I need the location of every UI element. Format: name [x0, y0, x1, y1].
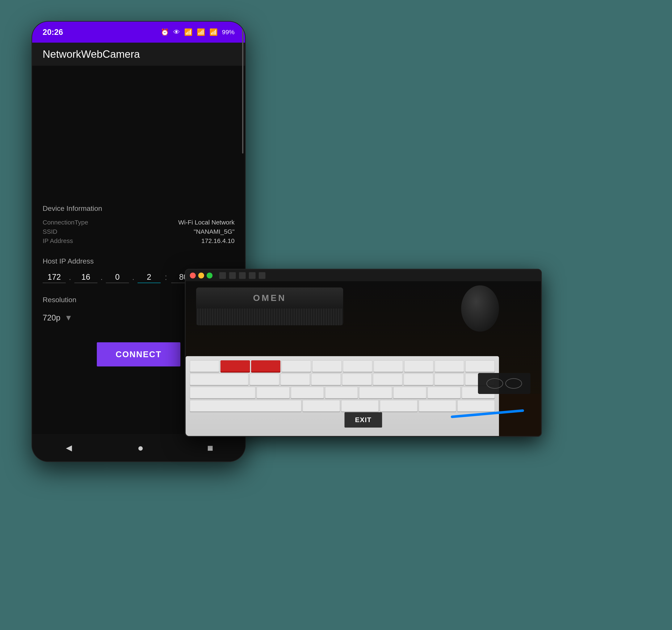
ip-separator-2: . — [101, 273, 103, 282]
key-r4-5 — [419, 400, 456, 412]
desk-scene: OMEN — [186, 281, 541, 436]
host-ip-label: Host IP Address — [43, 257, 235, 265]
eye-icon: 👁 — [173, 28, 180, 36]
key-r3-5 — [393, 387, 426, 398]
ssid-value: "NANAMI_5G" — [194, 228, 235, 235]
connection-type-label: ConnectionType — [43, 219, 88, 226]
key-r4-1 — [190, 400, 301, 412]
key-wide-1 — [190, 373, 248, 385]
traffic-light-green[interactable] — [207, 272, 213, 278]
ip-address-label: IP Address — [43, 237, 73, 244]
laptop-toolbar-icons — [219, 272, 265, 279]
key-r2-4 — [342, 373, 372, 385]
ip-octet-4[interactable] — [138, 271, 161, 283]
ip-separator-1: . — [69, 273, 71, 282]
toolbar-icon-4 — [249, 272, 256, 279]
toolbar-icon-5 — [259, 272, 265, 279]
laptop-screen: OMEN — [185, 269, 542, 437]
resolution-value: 720p — [43, 313, 61, 322]
dropdown-arrow-icon: ▼ — [65, 313, 73, 322]
key-3 — [312, 360, 342, 372]
key-r2-7 — [434, 373, 464, 385]
bottom-nav: ◄ ● ■ — [32, 434, 245, 461]
key-r3-1 — [257, 387, 290, 398]
toolbar-icon-3 — [239, 272, 246, 279]
key-r3-4 — [359, 387, 392, 398]
app-bar: NetworkWebCamera — [32, 43, 245, 66]
status-time: 20:26 — [43, 28, 63, 37]
ip-octet-1[interactable] — [43, 271, 66, 283]
empty-space — [43, 74, 235, 200]
back-button[interactable]: ◄ — [64, 442, 74, 454]
key-r2-2 — [281, 373, 310, 385]
exit-button[interactable]: EXIT — [344, 412, 382, 428]
soundbar: OMEN — [196, 288, 343, 325]
key-r3-2 — [291, 387, 324, 398]
key-r4-6 — [457, 400, 495, 412]
recent-button[interactable]: ■ — [207, 442, 213, 454]
key-r4-4 — [380, 400, 417, 412]
scroll-indicator — [242, 22, 243, 153]
key-2 — [282, 360, 311, 372]
key — [190, 360, 219, 372]
ssid-row: SSID "NANAMI_5G" — [43, 228, 235, 235]
toolbar-icon-1 — [219, 272, 226, 279]
signal-icon: 📶 — [197, 28, 205, 36]
ip-address-value: 172.16.4.10 — [201, 237, 235, 244]
key-wide-2 — [190, 387, 255, 398]
ssid-label: SSID — [43, 228, 57, 235]
laptop-top-bar — [186, 270, 541, 281]
camera-view: OMEN — [186, 281, 541, 436]
key-5 — [374, 360, 403, 372]
key-r2-6 — [404, 373, 433, 385]
home-button[interactable]: ● — [138, 442, 144, 454]
wifi-icon: 📶 — [184, 28, 193, 36]
key-8 — [465, 360, 495, 372]
signal2-icon: 📶 — [209, 28, 218, 36]
battery-level: 99% — [222, 29, 235, 36]
ip-octet-2[interactable] — [74, 271, 97, 283]
ip-octet-3[interactable] — [106, 271, 129, 283]
traffic-light-yellow[interactable] — [198, 272, 204, 278]
device-info-section: Device Information ConnectionType Wi-Fi … — [43, 204, 235, 244]
app-title: NetworkWebCamera — [43, 48, 140, 60]
key-r2-3 — [311, 373, 341, 385]
port-separator: : — [165, 273, 167, 282]
key-r2-5 — [373, 373, 403, 385]
soundbar-grille — [196, 309, 343, 325]
ip-address-row: IP Address 172.16.4.10 — [43, 237, 235, 244]
key-row-4 — [190, 400, 495, 412]
status-icons: ⏰ 👁 📶 📶 📶 99% — [161, 28, 235, 36]
key-7 — [435, 360, 464, 372]
key-red — [220, 360, 250, 372]
keyboard — [186, 356, 499, 436]
keyboard-rows — [186, 356, 499, 416]
key-r3-3 — [325, 387, 358, 398]
connect-button[interactable]: CONNECT — [97, 342, 181, 366]
key-6 — [404, 360, 434, 372]
toolbar-icon-2 — [229, 272, 236, 279]
device-info-title: Device Information — [43, 204, 235, 213]
key-r3-6 — [428, 387, 460, 398]
ip-separator-3: . — [132, 273, 135, 282]
key-row-3 — [190, 387, 495, 398]
device-info-table: ConnectionType Wi-Fi Local Network SSID … — [43, 219, 235, 244]
key-r4-2 — [303, 400, 340, 412]
key-row-2 — [190, 373, 495, 385]
status-bar: 20:26 ⏰ 👁 📶 📶 📶 99% — [32, 22, 245, 43]
traffic-light-red[interactable] — [190, 272, 196, 278]
connection-type-value: Wi-Fi Local Network — [178, 219, 235, 226]
microphone — [461, 285, 499, 332]
key-4 — [343, 360, 372, 372]
key-r4-3 — [341, 400, 379, 412]
key-red-2 — [251, 360, 281, 372]
glasses — [478, 373, 530, 394]
omen-brand: OMEN — [253, 293, 286, 303]
alarm-icon: ⏰ — [161, 28, 169, 36]
key-r2-1 — [250, 373, 279, 385]
key-row-1 — [190, 360, 495, 372]
connection-type-row: ConnectionType Wi-Fi Local Network — [43, 219, 235, 226]
